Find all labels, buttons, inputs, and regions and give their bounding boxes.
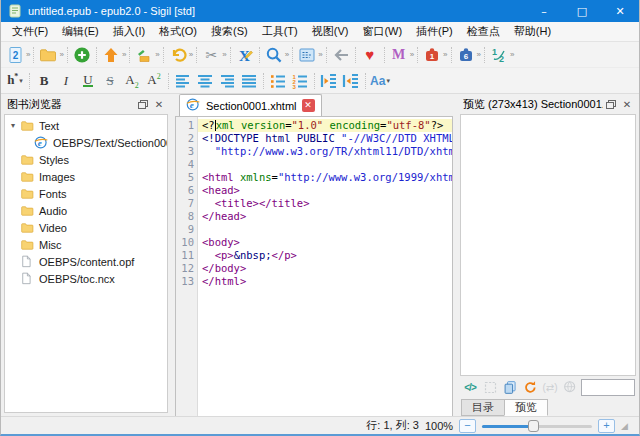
tree-item-styles[interactable]: Styles (5, 151, 167, 168)
code-line-4[interactable] (198, 158, 453, 171)
outdent-button[interactable] (318, 70, 340, 92)
toolbar-overflow-icon[interactable]: » (410, 50, 413, 59)
code-line-2[interactable]: <!DOCTYPE html PUBLIC "-//W3C//DTD XHTML… (198, 132, 453, 145)
close-button[interactable]: ✕ (601, 0, 639, 22)
align-right-button[interactable] (216, 70, 238, 92)
close-panel-icon[interactable]: ✕ (619, 97, 635, 111)
code-line-3[interactable]: "http://www.w3.org/TR/xhtml11/DTD/xhtml1… (198, 145, 453, 158)
toolbar-overflow-icon[interactable]: » (222, 50, 225, 59)
code-line-7[interactable]: <title></title> (198, 197, 453, 210)
zoom-slider[interactable] (482, 419, 592, 433)
toolbar-overflow-icon[interactable]: » (443, 50, 446, 59)
menu-item-5[interactable]: 工具(T) (255, 22, 305, 41)
toolbar-overflow-icon[interactable]: » (155, 50, 158, 59)
menu-item-8[interactable]: 插件(P) (409, 22, 460, 41)
plugin-1-button[interactable]: 1 (421, 44, 443, 66)
donate-button[interactable]: ♥ (359, 44, 381, 66)
metadata-button[interactable] (296, 44, 318, 66)
zoom-slider-handle[interactable] (528, 420, 539, 432)
underline-button[interactable]: U (77, 70, 99, 92)
mend-button[interactable]: X (234, 44, 256, 66)
numbered-list-button[interactable]: 123 (289, 70, 311, 92)
tree-item-oebps-toc-ncx[interactable]: OEBPS/toc.ncx (5, 270, 167, 287)
tree-item-images[interactable]: Images (5, 168, 167, 185)
new-epub2-button[interactable]: 2 (4, 44, 26, 66)
toolbar-overflow-icon[interactable]: » (477, 50, 480, 59)
menu-item-4[interactable]: 搜索(S) (204, 22, 255, 41)
code-line-1[interactable]: <?xml version="1.0" encoding="utf-8"?> (198, 119, 453, 132)
float-panel-icon[interactable] (135, 97, 151, 111)
dock-tab-toc[interactable]: 目录 (461, 399, 505, 416)
heading-style-button[interactable]: h*▾ (4, 70, 26, 92)
find-button[interactable] (263, 44, 285, 66)
toolbar-overflow-icon[interactable]: » (122, 50, 125, 59)
italic-button[interactable]: I (55, 70, 77, 92)
tree-item-video[interactable]: Video (5, 219, 167, 236)
tree-item-oebps-text-section0001-xhtml[interactable]: eOEBPS/Text/Section0001.xhtml (5, 134, 167, 151)
bullet-list-button[interactable] (267, 70, 289, 92)
resize-grip[interactable]: ◢ (621, 421, 629, 431)
menu-item-1[interactable]: 编辑(E) (55, 22, 106, 41)
toolbar-overflow-icon[interactable]: » (510, 50, 513, 59)
code-line-10[interactable]: <body> (198, 236, 453, 249)
zoom-out-button[interactable]: − (459, 419, 476, 433)
menu-item-0[interactable]: 文件(F) (5, 22, 55, 41)
undo-button[interactable] (167, 44, 189, 66)
toolbar-overflow-icon[interactable]: » (26, 50, 29, 59)
tree-item-fonts[interactable]: Fonts (5, 185, 167, 202)
toolbar-overflow-icon[interactable]: » (189, 50, 192, 59)
code-line-11[interactable]: <p>&nbsp;</p> (198, 249, 453, 262)
dock-tab-preview[interactable]: 预览 (504, 399, 548, 416)
minimize-button[interactable]: – (525, 0, 563, 22)
toolbar-overflow-icon[interactable]: » (59, 50, 62, 59)
copy-button[interactable] (501, 378, 519, 396)
align-justify-button[interactable] (238, 70, 260, 92)
bold-button[interactable]: B (33, 70, 55, 92)
code-line-9[interactable] (198, 223, 453, 236)
tree-item-misc[interactable]: Misc (5, 236, 167, 253)
menu-item-2[interactable]: 插入(I) (106, 22, 152, 41)
code-line-8[interactable]: </head> (198, 210, 453, 223)
code-line-6[interactable]: <head> (198, 184, 453, 197)
code-view[interactable]: 12345678910111213 <?xml version="1.0" en… (175, 117, 453, 416)
add-file-button[interactable] (71, 44, 93, 66)
menu-item-10[interactable]: 帮助(H) (507, 22, 558, 41)
save-as-button[interactable] (133, 44, 155, 66)
tab-close-icon[interactable]: ✕ (302, 99, 315, 112)
code-line-5[interactable]: <html xmlns="http://www.w3.org/1999/xhtm… (198, 171, 453, 184)
tab-section0001[interactable]: e Section0001.xhtml ✕ (179, 94, 322, 116)
expander-icon[interactable]: ▾ (7, 121, 19, 130)
align-left-button[interactable] (172, 70, 194, 92)
inspect-code-button[interactable]: </> (461, 378, 479, 396)
maximize-button[interactable]: □ (563, 0, 601, 22)
code-line-13[interactable]: </html> (198, 275, 453, 288)
tree-item-text[interactable]: ▾Text (5, 117, 167, 134)
strikethrough-button[interactable]: S (99, 70, 121, 92)
code-line-12[interactable]: </body> (198, 262, 453, 275)
toolbar-overflow-icon[interactable]: » (318, 50, 321, 59)
preview-search-input[interactable] (581, 379, 635, 396)
plugin-6-button[interactable]: 6 (455, 44, 477, 66)
subscript-button[interactable]: A2 (121, 70, 143, 92)
tree-item-audio[interactable]: Audio (5, 202, 167, 219)
cut-button[interactable]: ✂ (200, 44, 222, 66)
indent-button[interactable] (340, 70, 362, 92)
save-button[interactable] (100, 44, 122, 66)
menu-item-3[interactable]: 格式(O) (152, 22, 204, 41)
close-panel-icon[interactable]: ✕ (151, 97, 167, 111)
toolbar-overflow-icon[interactable]: » (285, 50, 288, 59)
menu-item-9[interactable]: 检查点 (460, 22, 507, 41)
index-button[interactable]: 12 (488, 44, 510, 66)
plugin-m-button[interactable]: M (388, 44, 410, 66)
code-lines[interactable]: <?xml version="1.0" encoding="utf-8"?><!… (198, 117, 453, 416)
zoom-in-button[interactable]: + (598, 419, 615, 433)
casing-button[interactable]: Aa▾ (369, 70, 391, 92)
menu-item-6[interactable]: 视图(V) (305, 22, 356, 41)
tree-item-oebps-content-opf[interactable]: OEBPS/content.opf (5, 253, 167, 270)
align-center-button[interactable] (194, 70, 216, 92)
float-panel-icon[interactable] (603, 97, 619, 111)
superscript-button[interactable]: A2 (143, 70, 165, 92)
menu-item-7[interactable]: 窗口(W) (355, 22, 409, 41)
open-button[interactable] (37, 44, 59, 66)
back-button[interactable] (330, 44, 352, 66)
